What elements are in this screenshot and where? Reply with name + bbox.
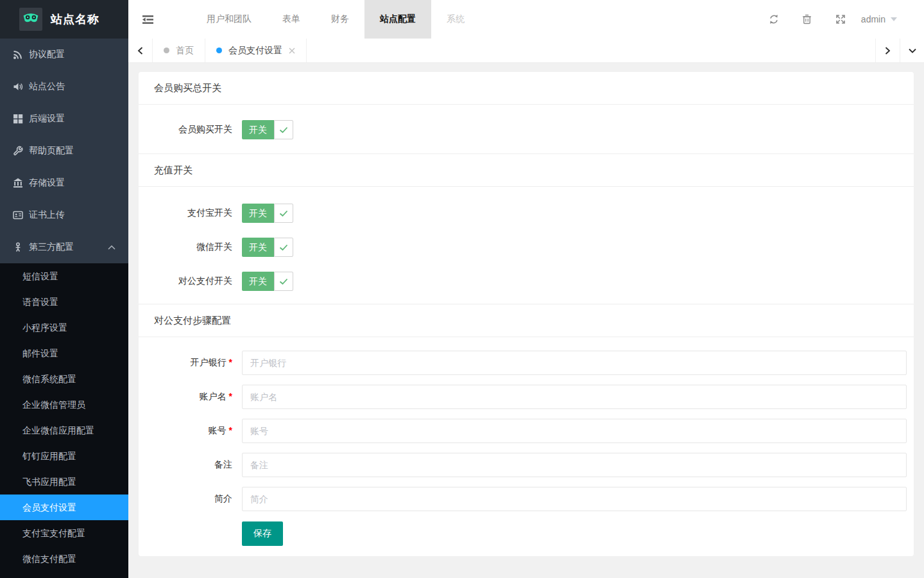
sidebar-subitem-member-payment[interactable]: 会员支付设置 bbox=[0, 495, 128, 520]
grid-icon bbox=[13, 114, 23, 124]
field-label: 会员购买开关 bbox=[139, 124, 242, 136]
wechat-switch[interactable]: 开关 bbox=[242, 238, 293, 257]
sidebar-subitem-sms[interactable]: 短信设置 bbox=[0, 263, 128, 289]
remark-input[interactable] bbox=[242, 453, 907, 477]
sidebar-item-backend[interactable]: 后端设置 bbox=[0, 103, 128, 135]
top-header: 用户和团队 表单 财务 站点配置 系统 admin bbox=[128, 0, 924, 39]
section-title: 充值开关 bbox=[139, 154, 914, 187]
settings-card: 会员购买总开关 会员购买开关 开关 充值开关 支付宝开关 bbox=[139, 72, 914, 556]
field-label: 简介 bbox=[139, 493, 242, 505]
field-label: 备注 bbox=[139, 459, 242, 471]
required-mark: * bbox=[229, 357, 232, 367]
form-row: 开户银行* bbox=[139, 351, 914, 375]
form-row: 会员购买开关 开关 bbox=[139, 120, 914, 139]
nav-item-finance[interactable]: 财务 bbox=[316, 0, 364, 39]
sidebar-subitem-wechatpay-config[interactable]: 微信支付配置 bbox=[0, 546, 128, 572]
bank-icon bbox=[13, 178, 23, 188]
top-utils: admin bbox=[757, 0, 924, 39]
chevron-up-icon bbox=[108, 245, 116, 250]
check-icon bbox=[274, 272, 293, 291]
tab-scroll-right-button[interactable] bbox=[875, 39, 900, 62]
fullscreen-icon bbox=[835, 14, 846, 24]
tab-label: 会员支付设置 bbox=[228, 45, 282, 57]
tab-home[interactable]: 首页 bbox=[153, 39, 205, 62]
section-member-purchase: 会员购买总开关 会员购买开关 开关 bbox=[139, 72, 914, 153]
sidebar-item-certificate[interactable]: 证书上传 bbox=[0, 199, 128, 231]
sidebar-submenu: 短信设置 语音设置 小程序设置 邮件设置 微信系统配置 企业微信管理员 企业微信… bbox=[0, 263, 128, 578]
nav-item-users-teams[interactable]: 用户和团队 bbox=[191, 0, 267, 39]
sidebar-item-label: 存储设置 bbox=[29, 177, 65, 189]
field-label: 账号* bbox=[139, 425, 242, 437]
user-menu[interactable]: admin bbox=[861, 14, 897, 24]
sidebar-item-announcement[interactable]: 站点公告 bbox=[0, 71, 128, 103]
nav-item-forms[interactable]: 表单 bbox=[267, 0, 316, 39]
close-icon[interactable] bbox=[289, 48, 295, 54]
refresh-icon bbox=[769, 14, 779, 24]
save-row: 保存 bbox=[139, 521, 914, 546]
section-corporate-payment-steps: 对公支付步骤配置 开户银行* 账户名* 账号* 备注 bbox=[139, 304, 914, 554]
sidebar-subitem-miniprogram[interactable]: 小程序设置 bbox=[0, 315, 128, 340]
sidebar-subitem-dingtalk-app[interactable]: 钉钉应用配置 bbox=[0, 443, 128, 469]
chevron-left-icon bbox=[137, 47, 143, 55]
field-label: 账户名* bbox=[139, 391, 242, 403]
intro-input[interactable] bbox=[242, 487, 907, 511]
alipay-switch[interactable]: 开关 bbox=[242, 204, 293, 223]
account-number-input[interactable] bbox=[242, 419, 907, 443]
logo-bar: 站点名称 bbox=[0, 0, 128, 39]
sidebar-item-protocol[interactable]: 协议配置 bbox=[0, 39, 128, 71]
save-button[interactable]: 保存 bbox=[242, 521, 283, 546]
wrench-icon bbox=[13, 146, 23, 156]
corporate-payment-switch[interactable]: 开关 bbox=[242, 272, 293, 291]
required-mark: * bbox=[229, 391, 232, 401]
sidebar-item-storage[interactable]: 存储设置 bbox=[0, 167, 128, 199]
sidebar-item-label: 后端设置 bbox=[29, 113, 65, 125]
switch-text: 开关 bbox=[242, 204, 274, 223]
sidebar-subitem-voice[interactable]: 语音设置 bbox=[0, 289, 128, 315]
sidebar-subitem-wechat-system[interactable]: 微信系统配置 bbox=[0, 366, 128, 392]
check-icon bbox=[274, 238, 293, 257]
sidebar-subitem-wecom-app[interactable]: 企业微信应用配置 bbox=[0, 417, 128, 443]
chevron-right-icon bbox=[885, 47, 891, 55]
sidebar-item-thirdparty[interactable]: 第三方配置 bbox=[0, 231, 128, 263]
tab-spacer bbox=[307, 39, 875, 62]
required-mark: * bbox=[229, 425, 232, 435]
refresh-button[interactable] bbox=[757, 0, 791, 39]
tab-status-dot bbox=[216, 48, 222, 53]
nav-item-system[interactable]: 系统 bbox=[431, 0, 480, 39]
check-icon bbox=[274, 120, 293, 139]
tab-menu-button[interactable] bbox=[900, 39, 924, 62]
tab-label: 首页 bbox=[176, 45, 194, 57]
account-name-input[interactable] bbox=[242, 385, 907, 409]
form-row: 微信开关 开关 bbox=[139, 238, 914, 257]
tab-status-dot bbox=[164, 48, 169, 53]
sidebar-collapse-button[interactable] bbox=[128, 0, 167, 39]
trash-icon bbox=[802, 14, 812, 24]
fullscreen-button[interactable] bbox=[824, 0, 857, 39]
clear-cache-button[interactable] bbox=[791, 0, 824, 39]
field-label: 微信开关 bbox=[139, 241, 242, 253]
caret-down-icon bbox=[891, 17, 897, 21]
nav-item-site-config[interactable]: 站点配置 bbox=[364, 0, 431, 39]
form-row: 备注 bbox=[139, 453, 914, 477]
username: admin bbox=[861, 14, 886, 24]
member-purchase-switch[interactable]: 开关 bbox=[242, 120, 293, 139]
field-label: 开户银行* bbox=[139, 357, 242, 369]
bank-name-input[interactable] bbox=[242, 351, 907, 375]
sidebar-item-helppage[interactable]: 帮助页配置 bbox=[0, 135, 128, 167]
section-title: 对公支付步骤配置 bbox=[139, 304, 914, 337]
tab-scroll-left-button[interactable] bbox=[128, 39, 153, 62]
owl-logo-icon bbox=[19, 8, 42, 31]
sidebar-item-label: 证书上传 bbox=[29, 209, 65, 221]
speaker-icon bbox=[13, 82, 23, 92]
form-row: 简介 bbox=[139, 487, 914, 511]
sidebar-subitem-alipay-config[interactable]: 支付宝支付配置 bbox=[0, 520, 128, 546]
tab-member-payment[interactable]: 会员支付设置 bbox=[205, 39, 307, 62]
app-title: 站点名称 bbox=[51, 12, 99, 27]
sidebar-subitem-feishu-app[interactable]: 飞书应用配置 bbox=[0, 469, 128, 495]
sidebar-item-label: 协议配置 bbox=[29, 49, 65, 60]
rss-icon bbox=[13, 49, 23, 60]
section-recharge-switches: 充值开关 支付宝开关 开关 微信开关 开关 bbox=[139, 153, 914, 304]
sidebar-subitem-mail[interactable]: 邮件设置 bbox=[0, 340, 128, 366]
switch-text: 开关 bbox=[242, 272, 274, 291]
sidebar-subitem-wecom-admin[interactable]: 企业微信管理员 bbox=[0, 392, 128, 417]
